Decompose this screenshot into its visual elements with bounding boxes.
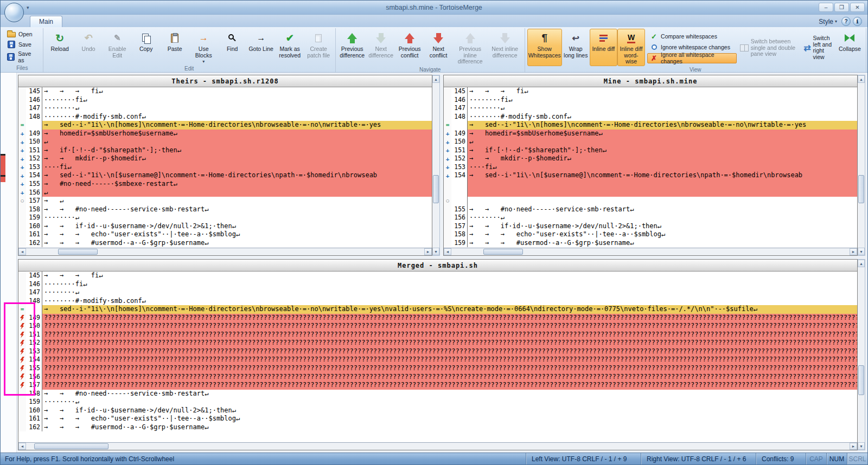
scroll-down-icon[interactable]: ▼ xyxy=(858,442,865,450)
save-as-button[interactable]: Save as xyxy=(4,50,41,64)
code-row-149[interactable]: 149?????????????????????????????????????… xyxy=(18,314,857,322)
find-button[interactable]: Find xyxy=(218,29,247,65)
code-row-158[interactable]: 158→ → → echo·"user·exists"··|·tee·-a··$… xyxy=(444,230,857,239)
reload-button[interactable]: ↻ Reload xyxy=(46,29,74,65)
about-button[interactable]: ℹ xyxy=(853,17,862,26)
next-conflict-button[interactable]: Next conflict xyxy=(424,29,453,66)
scroll-left-icon[interactable]: ◄ xyxy=(444,248,451,255)
code-row-154[interactable]: +154→ sed·-i·"1i\·\n[$username@]\ncommen… xyxy=(18,171,432,180)
code-row-159[interactable]: 159········↵ xyxy=(18,398,857,406)
code-row-160[interactable]: 160→ → if·id·-u·$username·>/dev/null·2>&… xyxy=(18,222,432,231)
scroll-up-icon[interactable]: ▲ xyxy=(858,75,865,83)
style-menu-button[interactable]: Style ▾ xyxy=(819,18,837,25)
code-row-153[interactable]: +153····fi↵ xyxy=(18,163,432,172)
code-row-156[interactable]: 156········↵ xyxy=(444,214,857,222)
scroll-right-icon[interactable]: ► xyxy=(424,248,432,255)
code-row-148[interactable]: 148········#·modify·smb.conf↵ xyxy=(18,113,432,121)
wrap-long-lines-button[interactable]: ↩ Wrap long lines xyxy=(562,29,590,66)
scroll-down-icon[interactable]: ▼ xyxy=(432,248,439,255)
close-button[interactable]: ✕ xyxy=(850,3,865,12)
code-row[interactable] xyxy=(444,189,857,197)
code-row-147[interactable]: 147········↵ xyxy=(444,104,857,113)
paste-button[interactable]: Paste xyxy=(161,29,189,65)
help-button[interactable]: ? xyxy=(841,17,851,26)
code-row-146[interactable]: 146········fi↵ xyxy=(18,96,432,105)
undo-button[interactable]: ↶ Undo xyxy=(74,29,103,65)
code-row-162[interactable]: 162→ → → #usermod·-a·-G·$grp·$username↵ xyxy=(18,239,432,248)
open-button[interactable]: Open xyxy=(4,29,41,38)
code-row-159[interactable]: 159········↵ xyxy=(18,214,432,222)
code-row-157[interactable]: 157?????????????????????????????????????… xyxy=(18,381,857,390)
previous-difference-button[interactable]: Previous difference xyxy=(338,29,367,66)
enable-edit-button[interactable]: ✎ Enable Edit xyxy=(103,29,132,65)
create-patch-file-button[interactable]: Create patch file xyxy=(304,29,333,65)
scroll-down-icon[interactable]: ▼ xyxy=(858,248,865,255)
hscroll-thumb[interactable] xyxy=(483,249,523,255)
code-row-147[interactable]: 147········↵ xyxy=(18,104,432,113)
code-row[interactable]: =→ sed·-i·"1i\·\n[homes]\ncomment·=·Home… xyxy=(444,121,857,130)
next-difference-button[interactable]: Next difference xyxy=(367,29,395,66)
code-row-148[interactable]: 148········#·modify·smb.conf↵ xyxy=(18,297,857,306)
code-row-158[interactable]: 158→ → #no·need·----·service·smb·restart… xyxy=(18,205,432,214)
ignore-whitespace-changes-option[interactable]: Ignore whitespace changes xyxy=(647,42,737,53)
code-row-150[interactable]: 150?????????????????????????????????????… xyxy=(18,322,857,331)
code-row-156[interactable]: 156?????????????????????????????????????… xyxy=(18,373,857,382)
code-row-157[interactable]: ○157→ ↵ xyxy=(18,197,432,205)
merged-pane-vscrollbar[interactable]: ▲ ▼ xyxy=(858,259,865,450)
code-row-145[interactable]: 145→ → → fi↵ xyxy=(18,272,857,280)
hscroll-thumb[interactable] xyxy=(34,443,108,449)
mark-as-resolved-button[interactable]: ✔ Mark as resolved xyxy=(276,29,304,65)
scroll-right-icon[interactable]: ► xyxy=(850,248,857,255)
code-row-159[interactable]: 159→ → → #usermod·-a·-G·$grp·$username↵ xyxy=(444,239,857,248)
code-row-145[interactable]: 145→ → → fi↵ xyxy=(444,87,857,96)
save-button[interactable]: Save xyxy=(4,40,41,49)
tab-main[interactable]: Main xyxy=(30,16,62,27)
code-row-146[interactable]: 146········fi↵ xyxy=(18,280,857,289)
code-row-154[interactable]: 154?????????????????????????????????????… xyxy=(18,356,857,364)
copy-button[interactable]: Copy xyxy=(132,29,161,65)
goto-line-button[interactable]: → Goto Line xyxy=(247,29,276,65)
code-row-160[interactable]: 160→ → if·id·-u·$username·>/dev/null·2>&… xyxy=(18,406,857,415)
code-row[interactable]: =→ sed·-i·"1i\·\n[homes]\ncomment·=·Home… xyxy=(18,305,857,314)
previous-conflict-button[interactable]: Previous conflict xyxy=(395,29,424,66)
use-blocks-button[interactable]: → Use Blocks ▾ xyxy=(189,29,218,65)
next-inline-difference-button[interactable]: Next inline difference xyxy=(488,29,522,66)
left-pane-code[interactable]: 145→ → → fi↵146········fi↵147········↵14… xyxy=(18,87,432,248)
show-whitespaces-button[interactable]: ¶ Show Whitespaces xyxy=(527,29,562,66)
right-pane-vscrollbar[interactable]: ▲ ▼ xyxy=(858,75,865,256)
inline-diff-button[interactable]: Inline diff xyxy=(590,29,617,66)
code-row[interactable]: ○ xyxy=(444,197,857,205)
code-row-158[interactable]: 158→ → #no·need·----·service·smb·restart… xyxy=(18,390,857,398)
code-row-157[interactable]: 157→ → if·id·-u·$username·>/dev/null·2>&… xyxy=(444,222,857,231)
scroll-left-icon[interactable]: ◄ xyxy=(18,443,26,450)
code-row-150[interactable]: +150↵ xyxy=(444,138,857,146)
code-row-161[interactable]: 161→ → → echo·"user·exists"··|·tee·-a··$… xyxy=(18,415,857,423)
switch-left-right-button[interactable]: ⇄ Switch left and right view xyxy=(802,29,836,66)
quick-access-dropdown-icon[interactable]: ▾ xyxy=(27,5,29,10)
code-row-146[interactable]: 146········fi↵ xyxy=(444,96,857,105)
code-row[interactable]: =→ sed·-i·"1i\·\n[homes]\ncomment·=·Home… xyxy=(18,121,432,130)
code-row-155[interactable]: 155→ → #no·need·----·service·smb·restart… xyxy=(444,205,857,214)
code-row-149[interactable]: +149→ homedir=$smbUserhome$username↵ xyxy=(18,130,432,138)
code-row-156[interactable]: +156↵ xyxy=(18,189,432,197)
compare-whitespaces-option[interactable]: ✓ Compare whitespaces xyxy=(647,31,737,42)
code-row-149[interactable]: +149→ homedir=$smbUserhome$username↵ xyxy=(444,130,857,138)
scroll-left-icon[interactable]: ◄ xyxy=(18,248,26,255)
merged-pane-code[interactable]: 145→ → → fi↵146········fi↵147········↵14… xyxy=(18,272,857,442)
diff-locator-bar[interactable] xyxy=(1,73,17,453)
left-pane-vscrollbar[interactable]: ▲ ▼ xyxy=(432,75,440,256)
scroll-up-icon[interactable]: ▲ xyxy=(432,75,439,83)
code-row-151[interactable]: 151?????????????????????????????????????… xyxy=(18,331,857,339)
code-row-145[interactable]: 145→ → → fi↵ xyxy=(18,87,432,96)
right-pane-hscrollbar[interactable]: ◄ ► xyxy=(444,248,857,255)
vscroll-thumb[interactable] xyxy=(433,175,439,203)
ignore-all-whitespace-changes-option[interactable]: ✗ Ignore all whitespace changes xyxy=(647,53,737,63)
scroll-up-icon[interactable]: ▲ xyxy=(858,260,865,267)
inline-diff-word-wise-button[interactable]: W Inline diff word-wise xyxy=(617,29,645,66)
right-pane-code[interactable]: 145→ → → fi↵146········fi↵147········↵14… xyxy=(444,87,857,248)
code-row-152[interactable]: +152→ → mkdir·-p·$homedir↵ xyxy=(444,154,857,163)
collapse-button[interactable]: Collapse xyxy=(836,29,864,66)
code-row-152[interactable]: 152?????????????????????????????????????… xyxy=(18,339,857,347)
code-row-154[interactable]: +154→ sed·-i·"1i\·\n[$username@]\ncommen… xyxy=(444,171,857,180)
title-bar[interactable]: ▾ smbapi.sh.mine - TortoiseMerge – ❒ ✕ xyxy=(1,1,867,15)
